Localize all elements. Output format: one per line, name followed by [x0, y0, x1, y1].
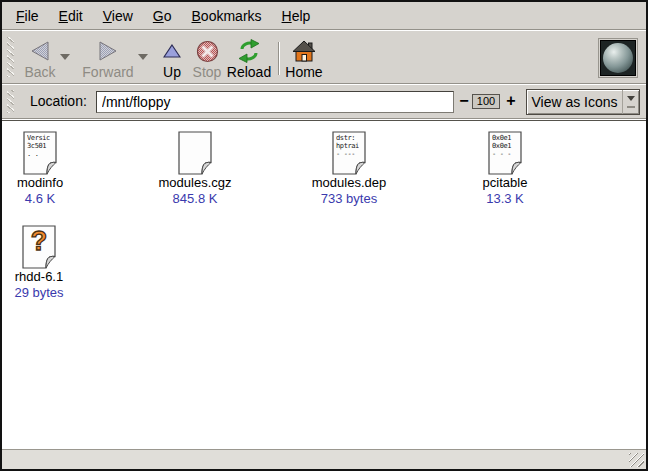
text-document-icon: 0x0e1 0x0e1 - - -	[488, 131, 522, 175]
house-icon	[292, 38, 316, 64]
throbber-frame	[598, 38, 638, 78]
file-size: 4.6 K	[25, 191, 55, 207]
home-button-label: Home	[285, 65, 322, 80]
view-mode-label: View as Icons	[527, 94, 622, 110]
file-size: 733 bytes	[321, 191, 377, 207]
back-button[interactable]: Back	[16, 36, 64, 80]
location-label: Location:	[30, 85, 87, 118]
circular-arrows-icon	[237, 38, 261, 64]
menu-view[interactable]: View	[93, 4, 143, 28]
file-item-modinfo[interactable]: Versic 3c501 . . modinfo 4.6 K	[2, 127, 78, 207]
back-history-chevron-icon[interactable]	[60, 54, 70, 65]
file-name: modinfo	[17, 175, 63, 191]
menu-bookmarks[interactable]: Bookmarks	[182, 4, 272, 28]
resize-grip[interactable]	[629, 453, 644, 467]
back-arrow-icon	[28, 38, 52, 64]
question-mark-icon: ?	[22, 226, 56, 257]
menu-edit[interactable]: Edit	[49, 4, 93, 28]
toolbar-drag-handle[interactable]	[7, 37, 14, 77]
forward-history-chevron-icon[interactable]	[138, 54, 148, 65]
file-name: rhdd-6.1	[15, 269, 63, 285]
forward-button-label: Forward	[82, 65, 133, 80]
text-document-icon: dstr: | hptrai - ---	[332, 131, 366, 175]
file-item-modules-cgz[interactable]: modules.cgz 845.8 K	[152, 127, 238, 207]
location-bar-drag-handle[interactable]	[7, 90, 14, 113]
up-triangle-icon	[163, 38, 181, 64]
menu-help[interactable]: Help	[272, 4, 321, 28]
menu-file[interactable]: File	[6, 4, 49, 28]
toolbar-separator	[278, 42, 280, 75]
zoom-out-button[interactable]: −	[456, 90, 472, 112]
file-item-modules-dep[interactable]: dstr: | hptrai - --- modules.dep 733 byt…	[306, 127, 392, 207]
file-size: 29 bytes	[14, 285, 63, 301]
up-button[interactable]: Up	[157, 36, 187, 80]
icon-view[interactable]: Versic 3c501 . . modinfo 4.6 K modules.c…	[2, 120, 646, 449]
zoom-level-indicator: 100	[472, 94, 500, 109]
up-button-label: Up	[163, 65, 181, 80]
plain-document-icon	[178, 131, 212, 175]
location-input[interactable]	[96, 91, 454, 113]
menubar: File Edit View Go Bookmarks Help	[2, 2, 646, 29]
forward-arrow-icon	[96, 38, 120, 64]
home-button[interactable]: Home	[282, 36, 326, 80]
location-bar: Location: − 100 + View as Icons	[2, 85, 646, 118]
file-size: 13.3 K	[486, 191, 524, 207]
forward-button[interactable]: Forward	[78, 36, 138, 80]
stop-circle-icon	[196, 38, 219, 64]
toolbar: Back Forward Up	[2, 31, 646, 83]
unknown-document-icon: ?	[22, 225, 56, 269]
view-mode-button[interactable]: View as Icons	[526, 89, 640, 115]
zoom-in-button[interactable]: +	[503, 90, 519, 112]
menu-go[interactable]: Go	[143, 4, 182, 28]
file-name: modules.cgz	[159, 175, 232, 191]
reload-button[interactable]: Reload	[220, 36, 278, 80]
reload-button-label: Reload	[227, 65, 271, 80]
file-name: modules.dep	[312, 175, 386, 191]
text-document-icon: Versic 3c501 . .	[23, 131, 57, 175]
sphere-throbber-icon	[600, 40, 636, 76]
file-manager-window: File Edit View Go Bookmarks Help Back	[0, 0, 648, 471]
stop-button-label: Stop	[193, 65, 222, 80]
view-mode-dropdown[interactable]	[622, 90, 639, 114]
file-name: pcitable	[483, 175, 528, 191]
statusbar	[2, 449, 646, 469]
back-button-label: Back	[24, 65, 55, 80]
file-item-rhdd[interactable]: ? rhdd-6.1 29 bytes	[2, 221, 76, 301]
file-size: 845.8 K	[173, 191, 218, 207]
file-item-pcitable[interactable]: 0x0e1 0x0e1 - - - pcitable 13.3 K	[462, 127, 548, 207]
chevron-down-icon	[627, 96, 635, 105]
